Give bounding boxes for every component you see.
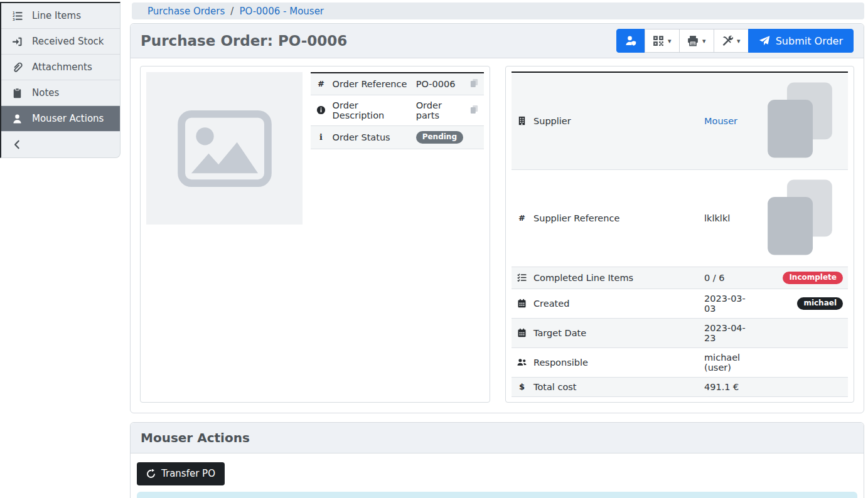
- supplier-link[interactable]: Mouser: [704, 116, 737, 126]
- supplier-reference-row: # Supplier Reference lklklkl: [512, 170, 848, 267]
- incomplete-badge: Incomplete: [783, 272, 843, 284]
- detail-label: Created: [530, 289, 701, 319]
- breadcrumb-link-purchase-orders[interactable]: Purchase Orders: [147, 6, 225, 17]
- calendar-icon: [517, 299, 527, 308]
- svg-text:#: #: [318, 79, 324, 88]
- created-row: Created 2023-03-03 michael: [512, 289, 848, 319]
- target-date-row: Target Date 2023-04-23: [512, 319, 848, 348]
- mouser-actions-body: Transfer PO 200 OK IPN SKU Required Avai…: [131, 453, 864, 498]
- calendar-icon: [517, 328, 527, 337]
- copy-icon[interactable]: [757, 174, 843, 260]
- supplier-row: Supplier Mouser: [512, 72, 848, 170]
- mouser-actions-title: Mouser Actions: [131, 423, 864, 453]
- purchase-order-panel-header: Purchase Order: PO-0006 ▾ ▾: [131, 24, 864, 58]
- submit-order-button[interactable]: Submit Order: [748, 29, 854, 53]
- transfer-po-button[interactable]: Transfer PO: [137, 462, 225, 485]
- page-title: Purchase Order: PO-0006: [141, 33, 347, 49]
- chevron-down-icon: ▾: [702, 38, 706, 45]
- detail-label: Target Date: [530, 319, 701, 348]
- image-placeholder-icon: [177, 110, 272, 187]
- order-summary-card: # Order Reference PO-0006 Order Descript…: [140, 66, 490, 403]
- order-status-row: i Order Status Pending: [311, 126, 484, 149]
- hash-icon: #: [316, 79, 326, 88]
- detail-label: Order Status: [330, 126, 413, 149]
- mouser-actions-panel: Mouser Actions Transfer PO 200 OK IPN: [130, 422, 864, 498]
- list-ol-icon: 123: [12, 11, 23, 21]
- sidebar-item-line-items[interactable]: 123 Line Items: [1, 3, 120, 29]
- completed-line-items-row: Completed Line Items 0 / 6 Incomplete: [512, 267, 848, 289]
- detail-value: Order parts: [413, 95, 466, 126]
- wrench-icon: [722, 35, 733, 46]
- printer-icon: [687, 35, 699, 46]
- order-details-table: # Order Reference PO-0006 Order Descript…: [311, 72, 484, 149]
- sidebar-item-label: Line Items: [32, 10, 81, 21]
- copy-icon[interactable]: [757, 77, 843, 163]
- chevron-down-icon: ▾: [737, 38, 741, 45]
- sidebar-collapse-button[interactable]: [1, 132, 120, 157]
- detail-value: PO-0006: [413, 73, 466, 95]
- refresh-icon: [146, 469, 156, 479]
- svg-text:i: i: [319, 132, 323, 142]
- breadcrumb-separator: /: [230, 6, 233, 17]
- sidebar-nav: 123 Line Items Received Stock Attachment…: [0, 2, 121, 158]
- sidebar-item-label: Notes: [32, 87, 59, 98]
- order-reference-row: # Order Reference PO-0006: [311, 73, 484, 95]
- copy-icon[interactable]: [469, 78, 479, 88]
- status-alert: 200 OK: [137, 492, 857, 498]
- print-dropdown-button[interactable]: ▾: [679, 29, 714, 53]
- copy-icon[interactable]: [469, 105, 479, 114]
- detail-value: lklklkl: [701, 170, 754, 267]
- order-description-row: Order Description Order parts: [311, 95, 484, 126]
- paperclip-icon: [12, 62, 23, 73]
- chevron-left-icon: [12, 139, 23, 150]
- options-dropdown-button[interactable]: ▾: [714, 29, 749, 53]
- admin-button[interactable]: [616, 29, 645, 53]
- supplier-details-table: Supplier Mouser # Supplier Reference lkl…: [512, 72, 848, 397]
- info-icon: i: [316, 132, 326, 142]
- detail-label: Responsible: [530, 348, 701, 378]
- detail-value: michael (user): [701, 348, 754, 378]
- transfer-po-label: Transfer PO: [161, 468, 215, 479]
- breadcrumb: Purchase Orders / PO-0006 - Mouser: [132, 3, 864, 19]
- toolbar: ▾ ▾ ▾ Submit Order: [616, 29, 854, 53]
- sidebar-item-received-stock[interactable]: Received Stock: [1, 29, 120, 55]
- responsible-row: Responsible michael (user): [512, 348, 848, 378]
- user-badge: michael: [797, 297, 843, 310]
- detail-value: 2023-04-23: [701, 319, 754, 348]
- sidebar-item-mouser-actions[interactable]: Mouser Actions: [1, 106, 120, 132]
- user-shield-icon: [625, 35, 636, 46]
- app-root: 123 Line Items Received Stock Attachment…: [0, 0, 868, 498]
- svg-text:#: #: [518, 213, 525, 223]
- breadcrumb-link-current[interactable]: PO-0006 - Mouser: [239, 6, 324, 17]
- detail-value: 0 / 6: [701, 267, 754, 289]
- dollar-icon: $: [517, 382, 527, 391]
- detail-label: Completed Line Items: [530, 267, 701, 289]
- detail-label: Total cost: [530, 378, 701, 397]
- list-check-icon: [517, 273, 527, 282]
- chevron-down-icon: ▾: [668, 38, 672, 45]
- total-cost-row: $ Total cost 491.1 €: [512, 378, 848, 397]
- clipboard-icon: [12, 88, 23, 98]
- supplier-details-card: Supplier Mouser # Supplier Reference lkl…: [505, 66, 854, 403]
- detail-label: Supplier Reference: [530, 170, 701, 267]
- building-icon: [517, 116, 527, 125]
- submit-order-label: Submit Order: [776, 35, 843, 47]
- users-icon: [517, 358, 527, 367]
- detail-label: Order Description: [330, 95, 413, 126]
- sidebar-item-notes[interactable]: Notes: [1, 80, 120, 106]
- sidebar-item-attachments[interactable]: Attachments: [1, 55, 120, 80]
- barcode-dropdown-button[interactable]: ▾: [645, 29, 680, 53]
- sidebar: 123 Line Items Received Stock Attachment…: [0, 0, 122, 498]
- sidebar-item-label: Received Stock: [32, 36, 104, 47]
- svg-text:3: 3: [13, 17, 15, 21]
- detail-value: 2023-03-03: [701, 289, 754, 319]
- hash-icon: #: [517, 213, 527, 223]
- sign-in-icon: [12, 36, 23, 47]
- purchase-order-panel-body: # Order Reference PO-0006 Order Descript…: [131, 58, 864, 413]
- qrcode-icon: [653, 35, 664, 46]
- sidebar-item-label: Attachments: [32, 61, 92, 73]
- order-status-badge: Pending: [416, 131, 463, 144]
- user-icon: [12, 114, 23, 124]
- order-image-placeholder: [146, 72, 303, 225]
- detail-label: Supplier: [530, 72, 701, 170]
